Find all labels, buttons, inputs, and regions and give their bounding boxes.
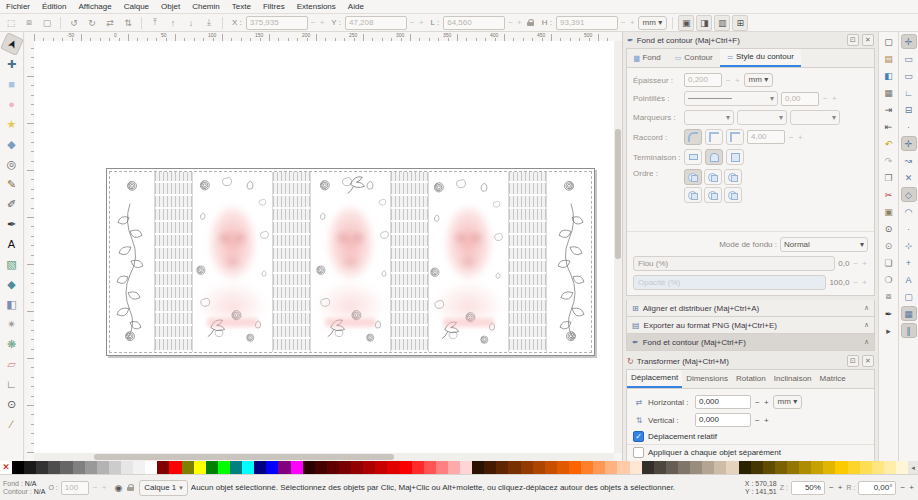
menu-item-0[interactable]: Fichier bbox=[0, 0, 36, 13]
dialog-close-icon[interactable]: ✕ bbox=[862, 355, 874, 367]
apply-separately-row[interactable]: Appliquer à chaque objet séparément bbox=[627, 444, 874, 460]
palette-swatch-58[interactable] bbox=[714, 461, 726, 474]
redo-icon[interactable]: ↷ bbox=[881, 153, 897, 168]
palette-swatch-12[interactable] bbox=[157, 461, 169, 474]
tool-text[interactable]: A bbox=[3, 235, 21, 253]
palette-swatch-13[interactable] bbox=[169, 461, 181, 474]
transform-tab-matrice[interactable]: Matrice bbox=[816, 370, 850, 388]
miter-limit-input[interactable]: 4,00 bbox=[747, 130, 785, 144]
join-miter-button[interactable] bbox=[726, 129, 744, 145]
palette-swatch-43[interactable] bbox=[533, 461, 545, 474]
vertical-scrollbar-thumb[interactable] bbox=[615, 129, 621, 259]
palette-swatch-64[interactable] bbox=[787, 461, 799, 474]
palette-swatch-28[interactable] bbox=[351, 461, 363, 474]
cap-butt-button[interactable] bbox=[684, 149, 702, 165]
tab-contour[interactable]: ▭Contour bbox=[668, 49, 720, 67]
palette-swatch-48[interactable] bbox=[593, 461, 605, 474]
zoom-input[interactable]: 50% bbox=[791, 481, 825, 495]
x-spin-buttons[interactable]: − + bbox=[311, 18, 326, 27]
object-opacity-spin-buttons[interactable]: − + bbox=[93, 483, 108, 492]
affect-gradient-icon[interactable]: ▥ bbox=[714, 15, 730, 31]
export-icon[interactable]: ⇤ bbox=[881, 119, 897, 134]
palette-swatch-60[interactable] bbox=[739, 461, 751, 474]
palette-swatch-31[interactable] bbox=[387, 461, 399, 474]
horizontal-scrollbar[interactable] bbox=[34, 453, 614, 461]
layer-lock-icon[interactable] bbox=[127, 485, 134, 491]
palette-swatch-32[interactable] bbox=[400, 461, 412, 474]
palette-swatch-38[interactable] bbox=[472, 461, 484, 474]
tab-style-du-contour[interactable]: ⚌Style du contour bbox=[720, 49, 801, 67]
palette-swatch-34[interactable] bbox=[424, 461, 436, 474]
palette-swatch-36[interactable] bbox=[448, 461, 460, 474]
marker-end-dropdown[interactable]: ▾ bbox=[790, 110, 840, 125]
palette-swatch-15[interactable] bbox=[194, 461, 206, 474]
palette-swatch-55[interactable] bbox=[678, 461, 690, 474]
layer-visibility-icon[interactable]: ◉ bbox=[114, 483, 122, 493]
affect-pattern-icon[interactable]: ⊞ bbox=[732, 15, 748, 31]
tool-rectangle[interactable]: ■ bbox=[3, 75, 21, 93]
palette-swatch-71[interactable] bbox=[872, 461, 884, 474]
open-document-icon[interactable]: ▤ bbox=[881, 51, 897, 66]
tool-gradient[interactable]: ▧ bbox=[3, 255, 21, 273]
new-document-icon[interactable]: ▢ bbox=[881, 34, 897, 49]
snap-cusp-nodes-icon[interactable]: ◇ bbox=[901, 187, 917, 202]
palette-swatch-40[interactable] bbox=[496, 461, 508, 474]
canvas[interactable] bbox=[34, 41, 614, 453]
snap-text-baseline-icon[interactable]: A bbox=[901, 272, 917, 287]
palette-swatch-54[interactable] bbox=[666, 461, 678, 474]
palette-swatch-59[interactable] bbox=[726, 461, 738, 474]
zoom-spin-buttons[interactable]: − + bbox=[829, 483, 844, 492]
palette-swatch-65[interactable] bbox=[799, 461, 811, 474]
horizontal-scrollbar-thumb[interactable] bbox=[94, 454, 394, 460]
rotate-ccw-icon[interactable]: ↺ bbox=[66, 15, 82, 31]
y-input[interactable]: 47,208 bbox=[345, 16, 407, 30]
text-dialog-icon[interactable]: ▸ bbox=[881, 323, 897, 338]
join-bevel-button[interactable] bbox=[705, 129, 723, 145]
clone-icon[interactable]: ❍ bbox=[881, 272, 897, 287]
tool-paint-bucket[interactable]: ◧ bbox=[3, 295, 21, 313]
palette-swatch-51[interactable] bbox=[630, 461, 642, 474]
cap-square-button[interactable] bbox=[726, 149, 744, 165]
tool-measure[interactable]: ∕ bbox=[3, 415, 21, 433]
palette-swatch-4[interactable] bbox=[60, 461, 72, 474]
units-dropdown[interactable]: mm ▾ bbox=[638, 16, 668, 30]
zoom-drawing-icon[interactable]: ⊙ bbox=[881, 221, 897, 236]
deselect-icon[interactable]: ▢ bbox=[39, 15, 55, 31]
tool-zoom[interactable]: ⊙ bbox=[3, 395, 21, 413]
dialog-close-icon[interactable]: ✕ bbox=[862, 34, 874, 46]
tool-spray[interactable]: ❋ bbox=[3, 335, 21, 353]
move-unit-dropdown[interactable]: mm ▾ bbox=[773, 395, 803, 409]
blend-mode-dropdown[interactable]: Normal▾ bbox=[780, 237, 868, 252]
palette-swatch-56[interactable] bbox=[690, 461, 702, 474]
raise-icon[interactable]: ↑ bbox=[165, 15, 181, 31]
palette-swatch-57[interactable] bbox=[702, 461, 714, 474]
transform-tab-rotation[interactable]: Rotation bbox=[732, 370, 770, 388]
palette-swatch-3[interactable] bbox=[48, 461, 60, 474]
tool-connector[interactable]: ∟ bbox=[3, 375, 21, 393]
menu-item-2[interactable]: Affichage bbox=[72, 0, 117, 13]
palette-swatch-6[interactable] bbox=[85, 461, 97, 474]
dash-offset-input[interactable]: 0,00 bbox=[781, 92, 819, 106]
order-stroke-markers-fill-button[interactable] bbox=[704, 187, 722, 203]
palette-swatch-63[interactable] bbox=[775, 461, 787, 474]
print-icon[interactable]: ▦ bbox=[881, 85, 897, 100]
page[interactable] bbox=[106, 168, 595, 356]
dock-header-align[interactable]: ⊞Aligner et distribuer (Maj+Ctrl+A)∧ bbox=[626, 300, 875, 317]
palette-swatch-44[interactable] bbox=[545, 461, 557, 474]
palette-swatch-19[interactable] bbox=[242, 461, 254, 474]
snap-guides-icon[interactable]: ∥ bbox=[901, 323, 917, 338]
palette-swatch-67[interactable] bbox=[823, 461, 835, 474]
palette-swatch-73[interactable] bbox=[896, 461, 908, 474]
copy-icon[interactable]: ❐ bbox=[881, 170, 897, 185]
snap-bbox-midpoints-icon[interactable]: ⊟ bbox=[901, 102, 917, 117]
menu-item-7[interactable]: Filtres bbox=[257, 0, 291, 13]
duplicate-icon[interactable]: ❏ bbox=[881, 255, 897, 270]
palette-swatch-41[interactable] bbox=[508, 461, 520, 474]
snap-bbox-corners-icon[interactable]: ∟ bbox=[901, 85, 917, 100]
menu-item-1[interactable]: Édition bbox=[36, 0, 72, 13]
x-input[interactable]: 375,935 bbox=[246, 16, 308, 30]
marker-start-dropdown[interactable]: ▾ bbox=[684, 110, 734, 125]
width-input[interactable]: 64,560 bbox=[443, 16, 505, 30]
order-fill-markers-stroke-button[interactable] bbox=[684, 187, 702, 203]
tool-star[interactable]: ★ bbox=[3, 115, 21, 133]
